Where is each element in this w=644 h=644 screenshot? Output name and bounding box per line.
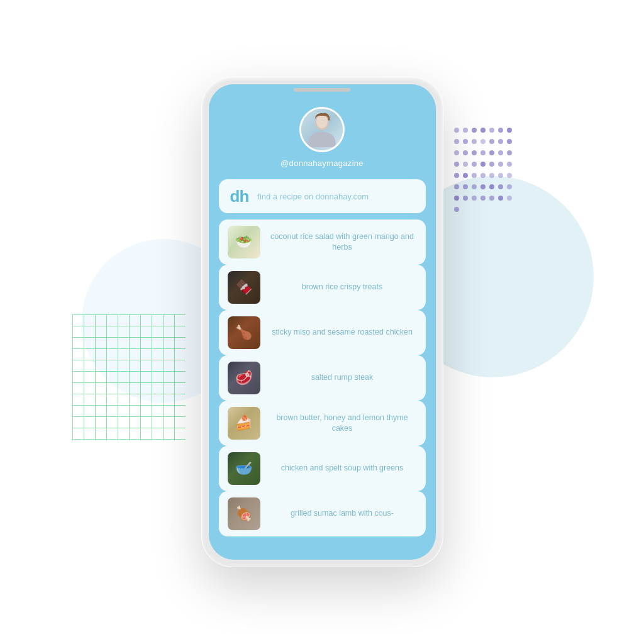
phone-screen: @donnahaymagazine dh find a recipe on do…: [209, 84, 436, 560]
bg-grid-green: [72, 314, 186, 440]
phone-notch: [294, 88, 350, 92]
recipe-cards-container: 🥗coconut rice salad with green mango and…: [219, 219, 426, 536]
recipe-thumbnail: 🍰: [228, 407, 260, 440]
recipe-card[interactable]: 🍰brown butter, honey and lemon thyme cak…: [219, 401, 426, 446]
recipe-title: grilled sumac lamb with cous-: [268, 508, 417, 519]
avatar: [299, 107, 345, 152]
recipe-title: coconut rice salad with green mango and …: [268, 231, 417, 253]
dh-link-text: find a recipe on donnahay.com: [257, 192, 369, 201]
recipe-card[interactable]: 🥩salted rump steak: [219, 355, 426, 401]
recipe-card[interactable]: 🥗coconut rice salad with green mango and…: [219, 219, 426, 265]
dh-link-card[interactable]: dh find a recipe on donnahay.com: [219, 179, 426, 213]
recipe-title: chicken and spelt soup with greens: [268, 463, 417, 474]
recipe-thumbnail: 🍗: [228, 316, 260, 349]
recipe-title: salted rump steak: [268, 372, 417, 384]
recipe-title: sticky miso and sesame roasted chicken: [268, 327, 417, 338]
avatar-image: [301, 109, 343, 150]
recipe-title: brown butter, honey and lemon thyme cake…: [268, 413, 417, 435]
svg-point-1: [316, 114, 328, 128]
recipe-thumbnail: 🥣: [228, 452, 260, 485]
recipe-list[interactable]: dh find a recipe on donnahay.com 🥗coconu…: [209, 179, 436, 560]
bg-dots-purple: [452, 126, 521, 252]
recipe-thumbnail: 🍖: [228, 497, 260, 530]
recipe-thumbnail: 🍫: [228, 271, 260, 304]
recipe-card[interactable]: 🥣chicken and spelt soup with greens: [219, 446, 426, 491]
recipe-card[interactable]: 🍖grilled sumac lamb with cous-: [219, 491, 426, 536]
profile-section: @donnahaymagazine: [209, 84, 436, 179]
recipe-card[interactable]: 🍫brown rice crispy treats: [219, 265, 426, 310]
dh-logo: dh: [230, 188, 249, 204]
username-label: @donnahaymagazine: [280, 158, 364, 168]
phone-frame: @donnahaymagazine dh find a recipe on do…: [201, 77, 443, 567]
recipe-title: brown rice crispy treats: [268, 282, 417, 293]
recipe-thumbnail: 🥗: [228, 226, 260, 258]
recipe-thumbnail: 🥩: [228, 362, 260, 394]
recipe-card[interactable]: 🍗sticky miso and sesame roasted chicken: [219, 310, 426, 355]
